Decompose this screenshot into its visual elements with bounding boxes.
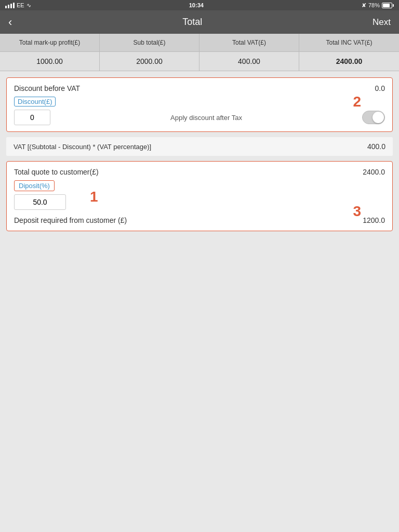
annotation-3: 3 xyxy=(353,203,361,220)
deposit-section: Total quote to customer(£) 2400.0 Diposi… xyxy=(6,161,393,231)
discount-section: Discount before VAT 0.0 Discount(£) Appl… xyxy=(6,77,393,132)
deposit-required-row: Deposit required from customer (£) 1200.… xyxy=(14,216,385,224)
deposit-required-value: 1200.0 xyxy=(363,216,385,224)
carrier-label: EE xyxy=(17,2,24,8)
bluetooth-icon: ✘ xyxy=(362,2,366,9)
battery-percent: 78% xyxy=(368,2,380,8)
apply-discount-toggle[interactable] xyxy=(362,111,385,124)
apply-discount-label: Apply discount after Tax xyxy=(170,114,242,122)
value-total-vat: 400.00 xyxy=(200,52,299,71)
summary-header: Total mark-up profit(£) Sub total(£) Tot… xyxy=(0,34,399,52)
nav-bar: ‹ Total Next xyxy=(0,10,399,34)
discount-input[interactable] xyxy=(14,110,50,125)
page-title: Total xyxy=(182,17,202,28)
discount-input-row: Apply discount after Tax xyxy=(14,110,385,125)
header-total-inc-vat: Total INC VAT(£) xyxy=(299,34,399,51)
deposit-required-label: Deposit required from customer (£) xyxy=(14,216,127,224)
deposit-title-row: Total quote to customer(£) 2400.0 xyxy=(14,168,385,176)
status-carrier: EE ∿ xyxy=(5,2,31,9)
deposit-input[interactable] xyxy=(14,194,66,210)
deposit-percent-label: Diposit(%) xyxy=(14,180,55,191)
discount-pound-label: Discount(£) xyxy=(14,97,56,107)
summary-values: 1000.00 2000.00 400.00 2400.00 xyxy=(0,52,399,71)
discount-before-vat-value: 0.0 xyxy=(375,84,385,92)
status-right: ✘ 78% xyxy=(362,2,394,9)
battery-icon xyxy=(382,3,394,8)
value-sub-total: 2000.00 xyxy=(100,52,200,71)
value-total-inc-vat: 2400.00 xyxy=(299,52,399,71)
next-button[interactable]: Next xyxy=(373,17,391,28)
annotation-2: 2 xyxy=(353,94,361,110)
main-content: Discount before VAT 0.0 Discount(£) Appl… xyxy=(0,71,399,237)
back-button[interactable]: ‹ xyxy=(8,17,12,28)
discount-title-row: Discount before VAT 0.0 xyxy=(14,84,385,92)
total-quote-label: Total quote to customer(£) xyxy=(14,168,99,176)
header-total-vat: Total VAT(£) xyxy=(200,34,299,51)
apply-discount-toggle-container xyxy=(362,111,385,124)
vat-label: VAT [(Subtotal - Discount) * (VAT percen… xyxy=(14,143,151,151)
toggle-thumb xyxy=(373,112,384,123)
signal-icon xyxy=(5,3,15,8)
vat-row: VAT [(Subtotal - Discount) * (VAT percen… xyxy=(6,137,393,156)
header-sub-total: Sub total(£) xyxy=(100,34,200,51)
status-time: 10:34 xyxy=(189,2,204,8)
total-quote-value: 2400.0 xyxy=(363,168,385,176)
value-markup-profit: 1000.00 xyxy=(0,52,100,71)
header-markup-profit: Total mark-up profit(£) xyxy=(0,34,100,51)
annotation-1: 1 xyxy=(90,189,98,205)
status-bar: EE ∿ 10:34 ✘ 78% xyxy=(0,0,399,10)
wifi-icon: ∿ xyxy=(26,2,31,9)
vat-value: 400.0 xyxy=(367,142,385,151)
discount-before-vat-label: Discount before VAT xyxy=(14,84,80,92)
